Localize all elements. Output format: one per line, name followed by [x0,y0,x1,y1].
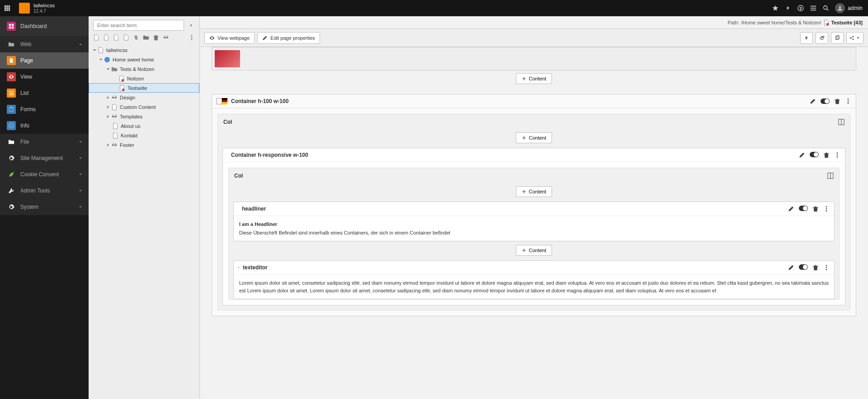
col-edit-icon[interactable] [838,119,844,125]
ce-headliner: headliner [233,202,835,241]
more-icon[interactable] [834,152,840,158]
edit-icon[interactable] [788,206,794,212]
site-icon [7,154,16,163]
brand[interactable]: tailwincss 12.4.7 [14,3,59,14]
sidebar-section-admin[interactable]: Admin Tools [0,183,89,199]
view-webpage-button[interactable]: View webpage [204,32,255,44]
sidebar-section-web[interactable]: Web [0,36,89,52]
tree-collapse-icon[interactable] [187,21,195,29]
sidebar-item-forms[interactable]: Forms [0,101,89,117]
refresh-icon[interactable] [816,32,828,44]
version: 12.4.7 [33,9,55,14]
content-area: Content Container h-100 w-100 Col [200,47,868,399]
page-icon [7,56,16,65]
ce-container-responsive: Container h-responsive w-100 [222,148,845,305]
sidebar-label: Dashboard [20,23,83,29]
cache-clear-icon[interactable] [800,32,813,44]
tree-more-icon[interactable] [189,34,195,41]
separator-icon[interactable] [163,34,169,41]
add-content-button[interactable]: Content [516,132,552,143]
username: admin [848,5,863,11]
add-content-button[interactable]: Content [516,186,552,197]
sidebar-item-dashboard[interactable]: Dashboard [0,16,89,36]
toggle-visibility[interactable] [799,206,808,211]
breadcrumb: Path: /Home sweet home/Tests & Notizen/ … [200,16,868,29]
tree-node-notizen[interactable]: Notizen [89,74,199,83]
tree-node-about[interactable]: About us [89,121,199,131]
user-menu[interactable]: admin [832,3,868,13]
tree-node-templates[interactable]: Templates [89,112,199,121]
file-icon [7,137,16,146]
new-page-after-icon[interactable] [113,34,119,41]
delete-icon[interactable] [823,152,830,158]
tree-node-root[interactable]: tailwincss [89,45,199,55]
page-lock-icon [823,19,830,26]
admin-icon [7,186,16,195]
delete-icon[interactable] [812,264,819,271]
sidebar-section-system[interactable]: System [0,199,89,215]
tree-node-kontakt[interactable]: Kontakt [89,131,199,140]
trash-icon[interactable] [153,34,159,41]
web-icon [7,40,16,49]
tree-node-tests[interactable]: Tests & Notizen [89,64,199,74]
tree-node-home[interactable]: Home sweet home [89,55,199,64]
link-icon[interactable] [133,34,139,41]
add-content-button[interactable]: Content [516,73,552,84]
sidebar-section-file[interactable]: File [0,134,89,150]
sidebar-section-cookie[interactable]: Cookie Consent [0,166,89,183]
page-title[interactable]: Testseite [43] [831,20,863,25]
col-edit-icon[interactable] [827,173,834,179]
typo3-logo-icon [19,3,30,14]
list-icon[interactable] [807,0,820,16]
image-element[interactable] [212,47,856,70]
ce-title[interactable]: headliner [242,206,784,212]
delete-icon[interactable] [834,98,840,104]
edit-page-button[interactable]: Edit page properties [257,32,320,44]
ce-title[interactable]: Container h-responsive w-100 [231,152,795,158]
tree-node-testseite[interactable]: Testseite [89,83,199,93]
search-icon[interactable] [820,0,832,16]
tree-node-footer[interactable]: Footer [89,140,199,150]
new-page-icon[interactable] [93,34,99,41]
column-box: Col Content headliner [228,168,840,300]
sidebar-item-view[interactable]: View [0,69,89,85]
cache-icon[interactable] [782,0,794,16]
path-crumbs[interactable]: /Home sweet home/Tests & Notizen/ [741,20,821,25]
text-body: Lorem ipsum dolor sit amet, consetetur s… [239,279,829,294]
sidebar-item-info[interactable]: Info [0,117,89,134]
toggle-visibility[interactable] [821,99,830,104]
edit-icon[interactable] [788,264,794,271]
more-icon[interactable] [845,98,851,104]
new-page-in-icon[interactable] [103,34,109,41]
ce-title[interactable]: texteditor [243,264,784,271]
tree-node-custom[interactable]: Custom Content [89,102,199,112]
ce-title[interactable]: Container h-100 w-100 [231,98,806,104]
ce-container-h100: Container h-100 w-100 Col Content [212,94,856,316]
copy-icon[interactable] [831,32,844,44]
tree-node-design[interactable]: Design [89,93,199,102]
sidebar-section-site[interactable]: Site Management [0,150,89,166]
edit-icon[interactable] [810,98,816,104]
col-label: Col [223,119,232,125]
toggle-visibility[interactable] [810,152,819,157]
delete-icon[interactable] [812,206,819,212]
add-content-button[interactable]: Content [516,245,552,256]
tree-toolbar [89,33,199,43]
folder-icon[interactable] [143,34,149,41]
edit-icon[interactable] [799,152,805,158]
bookmark-icon[interactable] [769,0,782,16]
ce-texteditor: texteditor [233,260,835,299]
toggle-visibility[interactable] [799,264,808,270]
help-icon[interactable] [794,0,807,16]
sidebar-item-page[interactable]: Page [0,52,89,69]
sidebar-item-list[interactable]: List [0,85,89,101]
share-button[interactable] [846,32,863,44]
more-icon[interactable] [823,264,830,271]
mount-icon[interactable] [123,34,129,41]
headline-text: I am a Headliner [239,221,829,228]
more-icon[interactable] [823,206,830,212]
page-toolbar: View webpage Edit page properties [200,29,868,47]
apps-icon[interactable] [0,0,14,16]
tree-search-input[interactable] [93,20,184,31]
headline-sub: Diese Überschirft Befindet sind innerhal… [239,229,829,237]
